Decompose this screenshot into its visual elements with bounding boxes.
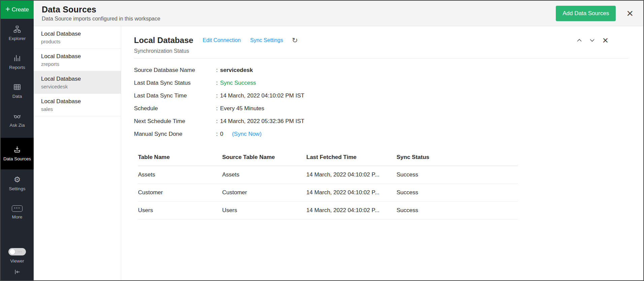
table-row[interactable]: Users Users 14 March, 2022 04:10:02 P...… [138, 202, 518, 219]
field-separator: : [216, 131, 218, 137]
field-value: Sync Success [220, 80, 256, 86]
source-name: Local Database [41, 31, 117, 37]
field-value: 14 March, 2022 04:10:02 PM IST [220, 92, 304, 99]
cell-table-name: Users [138, 202, 222, 219]
data-table-icon [13, 83, 21, 91]
source-sub: products [41, 39, 117, 44]
source-sub: zreports [41, 61, 117, 67]
toggle-dots-icon: ... [18, 248, 22, 253]
source-name: Local Database [41, 53, 117, 60]
cell-sync-status: Success [397, 202, 518, 219]
field-label: Next Schedule Time [134, 118, 216, 125]
header-titles: Data Sources Data Source imports configu… [42, 5, 160, 22]
source-sub: sales [41, 106, 117, 112]
sidebar-item-label: Data [12, 94, 22, 99]
cell-source-table-name: Users [222, 202, 306, 219]
source-name: Local Database [41, 98, 117, 105]
table-row[interactable]: Customer Customer 14 March, 2022 04:10:0… [138, 184, 518, 202]
sidebar-item-more[interactable]: ··· More [1, 198, 34, 227]
column-header: Table Name [138, 151, 222, 166]
plus-icon: + [5, 5, 10, 14]
more-icon: ··· [12, 205, 23, 212]
field-label: Last Data Sync Status [134, 80, 216, 86]
source-item-zreports[interactable]: Local Database zreports [34, 49, 121, 71]
cell-source-table-name: Customer [222, 184, 306, 202]
sidebar-item-label: Explorer [9, 36, 26, 42]
field-label: Manual Sync Done [134, 131, 216, 137]
divider [134, 58, 629, 58]
source-item-products[interactable]: Local Database products [34, 26, 121, 49]
create-button[interactable]: + Create [1, 1, 34, 19]
cell-table-name: Assets [138, 166, 222, 184]
sidebar-item-ask-zia[interactable]: Ask Zia [1, 106, 34, 134]
create-button-label: Create [12, 6, 29, 13]
viewer-label: Viewer [10, 258, 24, 264]
sync-now-link[interactable]: (Sync Now) [232, 131, 262, 137]
sidebar-item-reports[interactable]: Reports [1, 48, 34, 77]
table-row[interactable]: Assets Assets 14 March, 2022 04:10:02 P.… [138, 166, 518, 184]
chevron-up-icon[interactable] [577, 39, 582, 42]
ask-zia-icon [13, 112, 21, 120]
refresh-icon[interactable]: ↻ [292, 37, 298, 44]
sync-settings-link[interactable]: Sync Settings [250, 37, 283, 43]
detail-title: Local Database [134, 36, 193, 45]
explorer-icon [13, 25, 21, 33]
sidebar-item-data[interactable]: Data [1, 77, 34, 106]
sidebar-item-explorer[interactable]: Explorer [1, 19, 34, 48]
page-subtitle: Data Source imports configured in this w… [42, 16, 160, 22]
column-header: Last Fetched Time [306, 151, 397, 166]
detail-panel: Local Database Edit Connection Sync Sett… [121, 26, 643, 280]
sidebar-item-label: Data Sources [3, 156, 31, 162]
column-header: Source Table Name [222, 151, 306, 166]
field-value: Every 45 Minutes [220, 105, 264, 112]
toggle-knob-icon [9, 249, 15, 255]
close-icon[interactable]: × [626, 9, 633, 18]
sidebar-item-data-sources[interactable]: Data Sources [1, 138, 34, 169]
add-data-sources-button[interactable]: Add Data Sources [556, 6, 616, 21]
content-area: Local Database products Local Database z… [34, 26, 643, 280]
sync-status-section-label: Synchronization Status [134, 48, 629, 54]
cell-source-table-name: Assets [222, 166, 306, 184]
sync-status-fields: Source Database Name : servicedesk Last … [134, 64, 629, 140]
collapse-sidebar-button[interactable] [1, 265, 34, 280]
field-next-schedule-time: Next Schedule Time : 14 March, 2022 05:3… [134, 115, 629, 128]
source-list: Local Database products Local Database z… [34, 26, 121, 280]
sidebar: + Create Explorer [1, 1, 34, 280]
field-value: 14 March, 2022 05:32:36 PM IST [220, 118, 304, 125]
field-separator: : [216, 118, 218, 125]
sidebar-item-label: Settings [9, 186, 26, 192]
source-item-servicedesk[interactable]: Local Database servicedesk [34, 71, 121, 94]
field-separator: : [216, 92, 218, 99]
source-item-sales[interactable]: Local Database sales [34, 94, 121, 116]
page-header: Data Sources Data Source imports configu… [34, 1, 643, 26]
field-source-database-name: Source Database Name : servicedesk [134, 64, 629, 77]
field-separator: : [216, 105, 218, 112]
source-name: Local Database [41, 76, 117, 82]
reports-icon [13, 54, 21, 62]
edit-connection-link[interactable]: Edit Connection [203, 37, 241, 43]
sidebar-item-label: Ask Zia [9, 123, 25, 128]
field-value: 0 [220, 131, 223, 137]
field-label: Schedule [134, 105, 216, 112]
page-title: Data Sources [42, 5, 160, 14]
sync-tables-table: Table Name Source Table Name Last Fetche… [138, 151, 518, 219]
detail-header-row: Local Database Edit Connection Sync Sett… [134, 36, 629, 45]
viewer-toggle[interactable]: ... [8, 248, 26, 255]
sidebar-item-label: Reports [9, 65, 25, 71]
collapse-arrow-icon [13, 268, 21, 277]
table-header-row: Table Name Source Table Name Last Fetche… [138, 151, 518, 166]
cell-last-fetched-time: 14 March, 2022 04:10:02 P... [306, 202, 397, 219]
field-separator: : [216, 67, 218, 74]
cell-sync-status: Success [397, 184, 518, 202]
sidebar-item-settings[interactable]: ⚙ Settings [1, 169, 34, 198]
cell-last-fetched-time: 14 March, 2022 04:10:02 P... [306, 166, 397, 184]
data-sources-page: + Create Explorer [0, 0, 644, 281]
field-manual-sync-done: Manual Sync Done : 0 (Sync Now) [134, 128, 629, 140]
panel-close-icon[interactable]: × [602, 36, 608, 44]
sidebar-nav: Explorer Reports Data [1, 19, 34, 227]
panel-nav-icons: × [577, 36, 608, 44]
viewer-block: ... Viewer [1, 245, 34, 265]
field-schedule: Schedule : Every 45 Minutes [134, 102, 629, 115]
gear-icon: ⚙ [14, 176, 21, 184]
chevron-down-icon[interactable] [589, 39, 595, 42]
